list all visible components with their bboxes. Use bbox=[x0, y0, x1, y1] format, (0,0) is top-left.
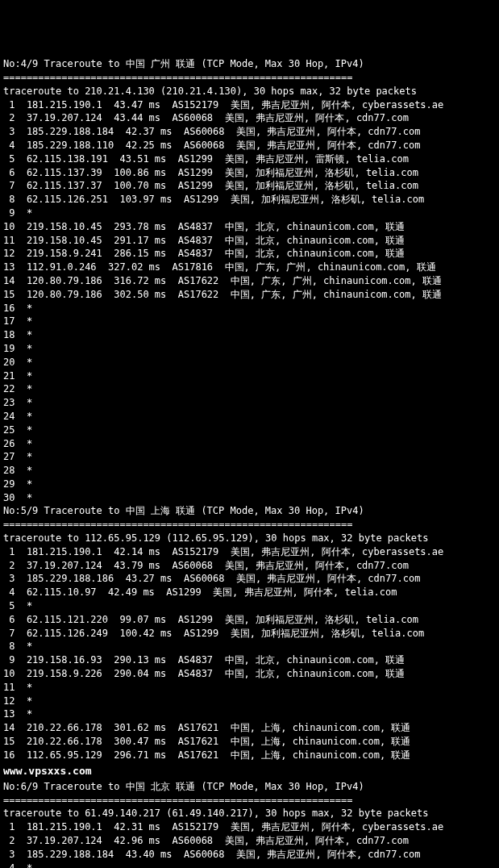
terminal-line: 3 185.229.188.184 42.37 ms AS60068 美国, 弗… bbox=[3, 125, 496, 139]
terminal-line: ========================================… bbox=[3, 518, 496, 532]
terminal-line: 8 * bbox=[3, 640, 496, 653]
terminal-line: 6 62.115.121.220 99.07 ms AS1299 美国, 加利福… bbox=[3, 613, 496, 627]
terminal-line: No:4/9 Traceroute to 中国 广州 联通 (TCP Mode,… bbox=[3, 57, 496, 71]
terminal-line: 27 * bbox=[3, 450, 496, 464]
terminal-line: 3 185.229.188.186 43.27 ms AS60068 美国, 弗… bbox=[3, 572, 496, 586]
terminal-line: 29 * bbox=[3, 478, 496, 491]
terminal-line: 16 112.65.95.129 296.71 ms AS17621 中国, 上… bbox=[3, 749, 496, 762]
terminal-line: 4 * bbox=[3, 862, 496, 868]
terminal-line: 17 * bbox=[3, 315, 496, 328]
terminal-line: 19 * bbox=[3, 342, 496, 356]
watermark-line: www.vpsxxs.com bbox=[3, 762, 496, 780]
terminal-line: 3 185.229.188.184 43.40 ms AS60068 美国, 弗… bbox=[3, 848, 496, 862]
terminal-line: 28 * bbox=[3, 464, 496, 478]
terminal-line: 15 120.80.79.186 302.50 ms AS17622 中国, 广… bbox=[3, 288, 496, 302]
terminal-line: 20 * bbox=[3, 356, 496, 369]
terminal-line: No:5/9 Traceroute to 中国 上海 联通 (TCP Mode,… bbox=[3, 504, 496, 518]
terminal-line: 11 219.158.10.45 291.17 ms AS4837 中国, 北京… bbox=[3, 234, 496, 248]
terminal-line: 5 62.115.138.191 43.51 ms AS1299 美国, 弗吉尼… bbox=[3, 152, 496, 166]
terminal-line: 5 * bbox=[3, 599, 496, 613]
terminal-line: 1 181.215.190.1 43.47 ms AS152179 美国, 弗吉… bbox=[3, 98, 496, 112]
terminal-line: 21 * bbox=[3, 369, 496, 383]
terminal-line: 10 219.158.10.45 293.78 ms AS4837 中国, 北京… bbox=[3, 220, 496, 234]
terminal-line: 1 181.215.190.1 42.14 ms AS152179 美国, 弗吉… bbox=[3, 545, 496, 559]
terminal-line: 13 * bbox=[3, 707, 496, 721]
terminal-output: No:4/9 Traceroute to 中国 广州 联通 (TCP Mode,… bbox=[3, 57, 496, 868]
terminal-line: 18 * bbox=[3, 328, 496, 342]
terminal-line: 1 181.215.190.1 42.31 ms AS152179 美国, 弗吉… bbox=[3, 820, 496, 834]
terminal-line: traceroute to 112.65.95.129 (112.65.95.1… bbox=[3, 532, 496, 545]
terminal-line: 12 * bbox=[3, 695, 496, 708]
terminal-line: 13 112.91.0.246 327.02 ms AS17816 中国, 广东… bbox=[3, 261, 496, 274]
terminal-line: 14 120.80.79.186 316.72 ms AS17622 中国, 广… bbox=[3, 274, 496, 288]
terminal-line: 24 * bbox=[3, 410, 496, 424]
terminal-line: 10 219.158.9.226 290.04 ms AS4837 中国, 北京… bbox=[3, 667, 496, 681]
terminal-line: 12 219.158.9.241 286.15 ms AS4837 中国, 北京… bbox=[3, 247, 496, 261]
terminal-line: No:6/9 Traceroute to 中国 北京 联通 (TCP Mode,… bbox=[3, 780, 496, 794]
terminal-line: 16 * bbox=[3, 302, 496, 315]
terminal-line: 9 * bbox=[3, 207, 496, 220]
terminal-line: 4 62.115.10.97 42.49 ms AS1299 美国, 弗吉尼亚州… bbox=[3, 586, 496, 599]
terminal-line: 25 * bbox=[3, 424, 496, 437]
terminal-line: 7 62.115.137.37 100.70 ms AS1299 美国, 加利福… bbox=[3, 179, 496, 193]
terminal-line: traceroute to 61.49.140.217 (61.49.140.2… bbox=[3, 807, 496, 820]
terminal-line: 30 * bbox=[3, 491, 496, 505]
terminal-line: 8 62.115.126.251 103.97 ms AS1299 美国, 加利… bbox=[3, 193, 496, 207]
terminal-line: 26 * bbox=[3, 437, 496, 451]
terminal-line: 14 210.22.66.178 301.62 ms AS17621 中国, 上… bbox=[3, 721, 496, 735]
terminal-line: 23 * bbox=[3, 396, 496, 410]
terminal-line: ========================================… bbox=[3, 71, 496, 85]
terminal-line: 2 37.19.207.124 43.44 ms AS60068 美国, 弗吉尼… bbox=[3, 111, 496, 125]
terminal-line: 2 37.19.207.124 42.96 ms AS60068 美国, 弗吉尼… bbox=[3, 834, 496, 848]
terminal-line: 7 62.115.126.249 100.42 ms AS1299 美国, 加利… bbox=[3, 627, 496, 641]
terminal-line: traceroute to 210.21.4.130 (210.21.4.130… bbox=[3, 85, 496, 98]
terminal-line: 15 210.22.66.178 300.47 ms AS17621 中国, 上… bbox=[3, 735, 496, 749]
terminal-line: ========================================… bbox=[3, 794, 496, 807]
terminal-line: 4 185.229.188.110 42.25 ms AS60068 美国, 弗… bbox=[3, 139, 496, 152]
terminal-line: 11 * bbox=[3, 681, 496, 695]
terminal-line: 2 37.19.207.124 43.79 ms AS60068 美国, 弗吉尼… bbox=[3, 559, 496, 573]
terminal-line: 9 219.158.16.93 290.13 ms AS4837 中国, 北京,… bbox=[3, 653, 496, 667]
terminal-line: 6 62.115.137.39 100.86 ms AS1299 美国, 加利福… bbox=[3, 166, 496, 180]
terminal-line: 22 * bbox=[3, 382, 496, 396]
